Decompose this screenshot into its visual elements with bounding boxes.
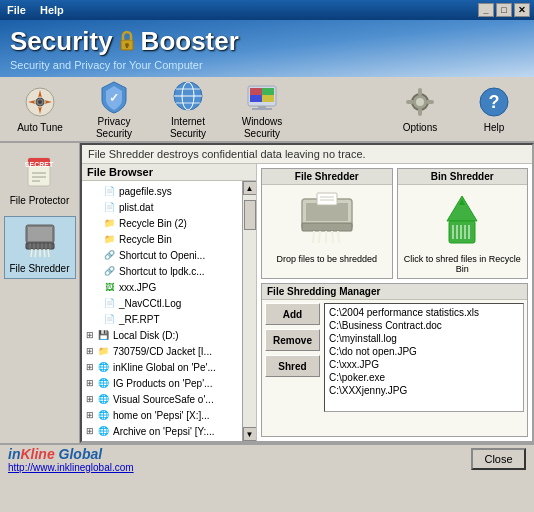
shred-file-list[interactable]: C:\2004 performance statistics.xls C:\Bu… xyxy=(324,303,524,412)
scroll-track[interactable] xyxy=(243,195,257,427)
website-link[interactable]: http://www.inklineglobal.com xyxy=(8,462,134,473)
tree-item[interactable]: 📁 Recycle Bin (2) xyxy=(84,215,254,231)
help-label: Help xyxy=(484,122,505,134)
file-shredder-content[interactable]: Drop files to be shredded xyxy=(262,185,392,268)
bin-shredder-title: Bin Shredder xyxy=(398,169,528,185)
add-button[interactable]: Add xyxy=(265,303,320,325)
menu-file[interactable]: File xyxy=(4,3,29,17)
network-icon: 🌐 xyxy=(96,376,110,390)
network-icon: 🌐 xyxy=(96,360,110,374)
shred-manager-title: File Shredding Manager xyxy=(262,284,527,300)
svg-line-44 xyxy=(31,249,32,257)
tree-item[interactable]: ⊞ 📁 730759/CD Jacket [I... xyxy=(84,343,254,359)
right-panels: File Shredder xyxy=(257,164,532,441)
tree-item[interactable]: 🔗 Shortcut to lpdk.c... xyxy=(84,263,254,279)
title-bar: File Help _ □ ✕ xyxy=(0,0,534,20)
tree-item[interactable]: 📄 plist.dat xyxy=(84,199,254,215)
image-icon: 🖼 xyxy=(102,280,116,294)
list-item[interactable]: C:\xxx.JPG xyxy=(327,358,521,371)
svg-text:SECRET: SECRET xyxy=(24,161,53,168)
file-tree-scrollbar[interactable]: ▲ ▼ xyxy=(242,181,256,441)
svg-rect-36 xyxy=(28,227,52,241)
privacy-security-icon: ✓ xyxy=(96,78,132,114)
help-button[interactable]: ? Help xyxy=(458,80,530,138)
content-panel: File Shredder destroys confidential data… xyxy=(80,143,534,443)
sidebar-item-file-shredder[interactable]: File Shredder xyxy=(4,216,76,279)
windows-security-button[interactable]: WindowsSecurity xyxy=(226,80,298,138)
list-item[interactable]: C:\do not open.JPG xyxy=(327,345,521,358)
content-header-text: File Shredder destroys confidential data… xyxy=(82,145,532,164)
bin-shredder-box[interactable]: Bin Shredder xyxy=(397,168,529,279)
file-browser-title: File Browser xyxy=(82,164,256,181)
network-icon: 🌐 xyxy=(96,408,110,422)
file-tree[interactable]: 📄 pagefile.sys 📄 plist.dat 📁 Recycle Bin… xyxy=(82,181,256,441)
scroll-thumb[interactable] xyxy=(244,200,256,230)
maximize-button[interactable]: □ xyxy=(496,3,512,17)
shred-button[interactable]: Shred xyxy=(265,355,320,377)
internet-security-icon xyxy=(170,78,206,114)
privacy-security-label: PrivacySecurity xyxy=(96,116,132,140)
svg-rect-24 xyxy=(406,100,414,104)
bin-shredder-visual xyxy=(427,191,497,251)
tree-item[interactable]: ⊞ 🌐 inKline Global on 'Pe'... xyxy=(84,359,254,375)
bin-shredder-content[interactable]: Click to shred files in Recycle Bin xyxy=(398,185,528,278)
options-button[interactable]: Options xyxy=(384,80,456,138)
file-browser: File Browser 📄 pagefile.sys 📄 plist.dat xyxy=(82,164,257,441)
shredder-row: File Shredder xyxy=(257,164,532,283)
file-icon: 📄 xyxy=(102,200,116,214)
svg-rect-2 xyxy=(126,45,128,48)
folder-icon: 📁 xyxy=(102,216,116,230)
bin-shredder-click-text: Click to shred files in Recycle Bin xyxy=(402,254,524,274)
tree-item[interactable]: 📄 _NavCCtl.Log xyxy=(84,295,254,311)
list-item[interactable]: C:\poker.exe xyxy=(327,371,521,384)
list-item[interactable]: C:\2004 performance statistics.xls xyxy=(327,306,521,319)
shred-manager-body: Add Remove Shred C:\2004 performance sta… xyxy=(262,300,527,415)
svg-rect-23 xyxy=(418,108,422,116)
auto-tune-button[interactable]: Auto Tune xyxy=(4,80,76,138)
tree-item[interactable]: ⊞ 🌐 Visual SourceSafe o'... xyxy=(84,391,254,407)
menu-help[interactable]: Help xyxy=(37,3,67,17)
privacy-security-button[interactable]: ✓ PrivacySecurity xyxy=(78,80,150,138)
windows-security-label: WindowsSecurity xyxy=(242,116,283,140)
scroll-up-button[interactable]: ▲ xyxy=(243,181,257,195)
drive-icon: 💾 xyxy=(96,328,110,342)
tree-item[interactable]: ⊞ 🌐 Archive on 'Pepsi' [Y:... xyxy=(84,423,254,439)
list-item[interactable]: C:\XXXjenny.JPG xyxy=(327,384,521,397)
list-item[interactable]: C:\myinstall.log xyxy=(327,332,521,345)
minimize-button[interactable]: _ xyxy=(478,3,494,17)
tree-item[interactable]: ⊞ 🌐 IG Products on 'Pep'... xyxy=(84,375,254,391)
folder-icon: 📁 xyxy=(102,232,116,246)
remove-button[interactable]: Remove xyxy=(265,329,320,351)
shred-action-buttons: Add Remove Shred xyxy=(265,303,320,412)
main-area: SECRET File Protector xyxy=(0,143,534,443)
app-name-part2: Booster xyxy=(141,26,239,57)
scroll-down-button[interactable]: ▼ xyxy=(243,427,257,441)
network-icon: 🌐 xyxy=(96,392,110,406)
file-protector-icon: SECRET xyxy=(20,153,60,193)
list-item[interactable]: C:\Business Contract.doc xyxy=(327,319,521,332)
tree-item[interactable]: 📄 pagefile.sys xyxy=(84,183,254,199)
lock-icon xyxy=(116,28,138,56)
tree-item[interactable]: 📁 Recycle Bin xyxy=(84,231,254,247)
tree-item[interactable]: 🔗 Shortcut to Openi... xyxy=(84,247,254,263)
close-window-button[interactable]: ✕ xyxy=(514,3,530,17)
file-icon: 📄 xyxy=(102,312,116,326)
internet-security-label: InternetSecurity xyxy=(170,116,206,140)
sidebar-item-file-protector[interactable]: SECRET File Protector xyxy=(4,149,76,210)
tree-item[interactable]: ⊞ 🌐 home on 'Pepsi' [X:]... xyxy=(84,407,254,423)
close-button[interactable]: Close xyxy=(471,448,526,470)
tree-item[interactable]: 🖼 xxx.JPG xyxy=(84,279,254,295)
file-shredder-title: File Shredder xyxy=(262,169,392,185)
internet-security-button[interactable]: InternetSecurity xyxy=(152,80,224,138)
network-icon: 🌐 xyxy=(96,424,110,438)
app-subtitle: Security and Privacy for Your Computer xyxy=(10,59,239,71)
tree-item[interactable]: ⊞ 💾 Local Disk (D:) xyxy=(84,327,254,343)
tree-item[interactable]: 📄 _RF.RPT xyxy=(84,311,254,327)
svg-line-45 xyxy=(35,249,36,257)
file-icon: 📄 xyxy=(102,296,116,310)
svg-rect-16 xyxy=(250,95,262,102)
app-name-part1: Security xyxy=(10,26,113,57)
svg-line-47 xyxy=(44,249,45,257)
sidebar: SECRET File Protector xyxy=(0,143,80,443)
svg-text:?: ? xyxy=(489,92,500,112)
